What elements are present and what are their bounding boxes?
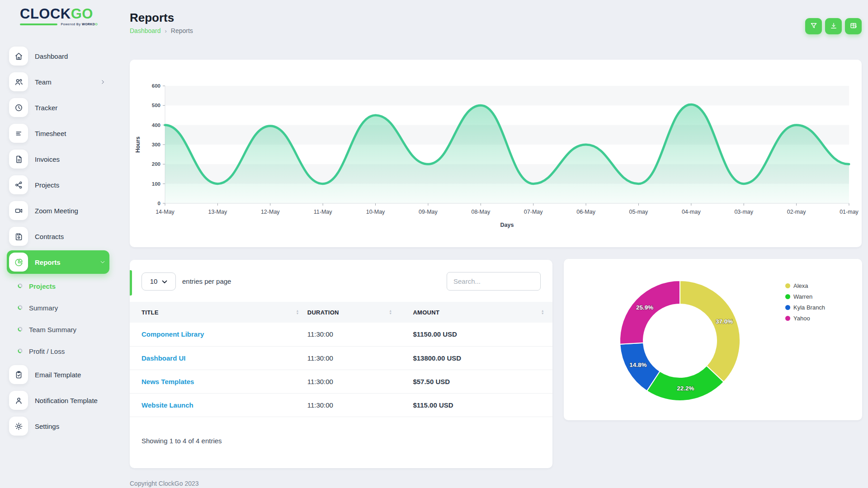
entries-per-page-select[interactable]: 10 (142, 272, 176, 291)
export-columns-icon (849, 22, 858, 31)
breadcrumb-dashboard-link[interactable]: Dashboard (130, 27, 161, 34)
legend-label: Yahoo (793, 315, 810, 322)
legend-item-warren[interactable]: Warren (785, 293, 825, 300)
members-donut-chart: 37.0%22.2%14.8%25.9% (614, 275, 745, 406)
column-header-label: DURATION (307, 309, 339, 316)
clockgo-logo[interactable]: CLOCKGO Powered By WORKDO (20, 6, 98, 26)
column-header-title[interactable]: TITLE▲▼ (130, 302, 307, 323)
page-header: Reports Dashboard › Reports (130, 11, 193, 34)
legend-item-yahoo[interactable]: Yahoo (785, 315, 825, 322)
sidebar-item-label: Email Template (35, 371, 81, 379)
sidebar-item-settings[interactable]: Settings (7, 414, 109, 438)
svg-text:400: 400 (152, 122, 160, 128)
project-link[interactable]: Website Launch (142, 401, 193, 409)
legend-item-alexa[interactable]: Alexa (785, 282, 825, 289)
donut-slice-alexa[interactable] (680, 281, 740, 382)
sidebar-item-team[interactable]: Team (7, 70, 109, 94)
svg-text:Hours: Hours (135, 136, 141, 153)
sidebar-item-projects[interactable]: Projects (7, 173, 109, 197)
sidebar-item-label: Dashboard (35, 52, 68, 60)
hours-area-chart: 010020030040050060014-May13-May12-May11-… (130, 60, 862, 247)
sidebar-subitem-label: Profit / Loss (29, 347, 65, 355)
share-icon (9, 175, 28, 194)
column-header-duration[interactable]: DURATION▲▼ (307, 302, 401, 323)
sidebar-subitem-label: Summary (29, 304, 58, 312)
legend-item-kyla-branch[interactable]: Kyla Branch (785, 304, 825, 311)
page-title: Reports (130, 11, 193, 25)
breadcrumb-separator-icon: › (165, 28, 167, 34)
project-link[interactable]: Dashboard UI (142, 354, 186, 362)
svg-text:07-May: 07-May (524, 209, 543, 215)
logo-go: GO (71, 6, 93, 22)
download-icon (830, 22, 838, 31)
sort-icon[interactable]: ▲▼ (389, 310, 392, 315)
sort-icon[interactable]: ▲▼ (541, 310, 544, 315)
sidebar-item-tracker[interactable]: Tracker (7, 96, 109, 119)
sidebar-item-timesheet[interactable]: Timesheet (7, 122, 109, 145)
legend-dot (785, 316, 790, 321)
sidebar-item-notification-template[interactable]: Notification Template (7, 389, 109, 412)
legend-label: Kyla Branch (793, 304, 825, 311)
sidebar-item-contracts[interactable]: Contracts (7, 225, 109, 248)
sub-bullet-icon (18, 282, 23, 290)
amount-cell: $1150.00 USD (400, 323, 552, 346)
amount-cell: $13800.00 USD (400, 346, 552, 370)
project-link[interactable]: News Templates (142, 378, 194, 385)
invoice-icon (9, 150, 28, 169)
sidebar-item-email-template[interactable]: Email Template (7, 363, 109, 386)
sidebar-item-label: Contracts (35, 233, 64, 240)
logo-clock: CLOCK (20, 6, 71, 22)
contract-icon (9, 227, 28, 246)
amount-cell: $115.00 USD (400, 393, 552, 417)
svg-text:500: 500 (152, 103, 160, 108)
download-button[interactable] (825, 18, 842, 34)
duration-cell: 11:30:00 (307, 370, 401, 393)
amount-cell: $57.50 USD (400, 370, 552, 393)
svg-text:01-may: 01-may (840, 209, 859, 215)
legend-dot (785, 305, 790, 310)
person-icon (9, 391, 28, 410)
sub-bullet-icon (18, 347, 23, 355)
clock-icon (9, 98, 28, 117)
sidebar-item-dashboard[interactable]: Dashboard (7, 44, 109, 68)
sidebar-subitem-summary[interactable]: Summary (7, 298, 109, 318)
donut-slice-percentage: 37.0% (716, 318, 733, 325)
search-input[interactable] (447, 272, 541, 291)
sidebar-item-reports[interactable]: Reports (7, 250, 109, 274)
project-link[interactable]: Component Library (142, 330, 204, 338)
sidebar-subitem-label: Projects (29, 282, 56, 290)
column-header-label: AMOUNT (413, 309, 439, 316)
sidebar-subitem-profit-loss[interactable]: Profit / Loss (7, 341, 109, 361)
header-toolbar (805, 18, 862, 34)
sidebar-item-label: Settings (35, 422, 59, 430)
sidebar-item-label: Notification Template (35, 397, 98, 404)
sort-icon[interactable]: ▲▼ (296, 310, 299, 315)
team-icon (9, 72, 28, 91)
hours-per-day-chart-card: 010020030040050060014-May13-May12-May11-… (130, 60, 862, 247)
sidebar-subitem-projects[interactable]: Projects (7, 276, 109, 296)
timesheet-icon (9, 124, 28, 143)
time-by-member-donut-card: 37.0%22.2%14.8%25.9% AlexaWarrenKyla Bra… (564, 259, 862, 420)
svg-text:Days: Days (500, 222, 514, 228)
breadcrumb: Dashboard › Reports (130, 27, 193, 34)
projects-table: TITLE▲▼DURATION▲▼AMOUNT▲▼ Component Libr… (130, 302, 552, 417)
breadcrumb-current: Reports (171, 27, 193, 34)
svg-text:13-May: 13-May (208, 209, 227, 215)
svg-text:04-may: 04-may (682, 209, 701, 215)
svg-text:03-may: 03-may (734, 209, 753, 215)
logo-underline (20, 23, 57, 25)
svg-text:05-may: 05-may (629, 209, 648, 215)
title-cell: Component Library (130, 323, 307, 346)
sidebar-item-zoom-meeting[interactable]: Zoom Meeting (7, 199, 109, 222)
logo-wordmark: CLOCKGO (20, 6, 98, 22)
svg-text:14-May: 14-May (156, 209, 175, 215)
donut-slice-yahoo[interactable] (620, 281, 680, 344)
sidebar-item-label: Timesheet (35, 130, 66, 137)
sidebar-item-label: Invoices (35, 155, 60, 163)
export-columns-button[interactable] (845, 18, 862, 34)
filter-button[interactable] (805, 18, 822, 34)
column-header-amount[interactable]: AMOUNT▲▼ (400, 302, 552, 323)
sidebar-subitem-team-summary[interactable]: Team Summary (7, 319, 109, 339)
table-controls: 10 entries per page (142, 272, 541, 291)
sidebar-item-invoices[interactable]: Invoices (7, 147, 109, 171)
